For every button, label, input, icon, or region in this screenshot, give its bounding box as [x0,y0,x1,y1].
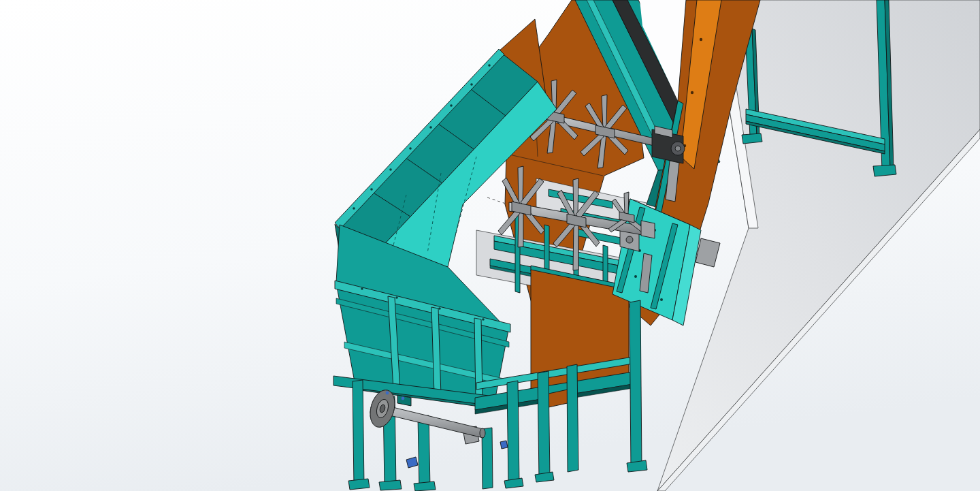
machine-leg [538,371,550,480]
foot-plate [873,165,896,176]
shaft-end-bearing [641,221,655,238]
machine-leg [507,381,519,486]
machine-leg [353,380,364,486]
machine-leg [567,364,578,472]
foot-plate [742,133,762,144]
machine-leg [630,300,642,469]
cad-viewport[interactable] [0,0,980,491]
machine-leg [418,415,430,489]
chain-tensioner [500,441,508,449]
machine-scene [0,0,980,491]
foot-plate [348,479,370,490]
foot-plate [414,481,436,491]
foot-plate [379,480,402,490]
